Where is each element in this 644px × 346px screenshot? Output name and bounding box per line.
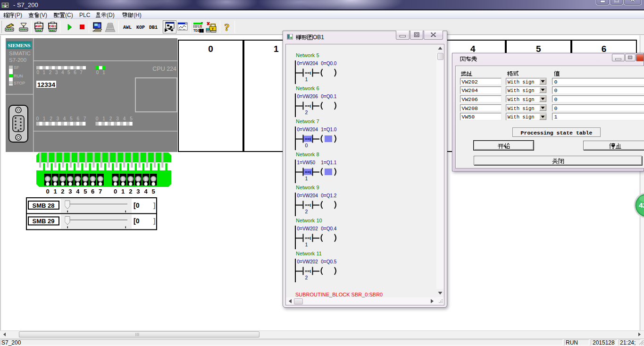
svg-text:Network 11: Network 11 xyxy=(296,251,322,256)
svg-text:1: 1 xyxy=(305,242,308,247)
svg-text:0: 0 xyxy=(36,116,39,121)
svg-text:0=VW204: 0=VW204 xyxy=(297,127,318,132)
svg-text:Network 5: Network 5 xyxy=(296,52,319,58)
svg-text:1: 1 xyxy=(53,188,57,195)
svg-text:1: 1 xyxy=(305,76,308,82)
svg-text:T: T xyxy=(212,27,214,31)
svg-text:==I: ==I xyxy=(305,236,311,241)
svg-text:2: 2 xyxy=(49,70,52,75)
svg-text:Network 6: Network 6 xyxy=(296,85,319,91)
svg-text:0=VW202: 0=VW202 xyxy=(297,226,318,231)
svg-text:3: 3 xyxy=(136,188,140,195)
svg-text:3: 3 xyxy=(116,116,119,121)
svg-text:[0: [0 xyxy=(134,217,140,225)
svg-text:4: 4 xyxy=(144,188,148,195)
svg-text:1: 1 xyxy=(102,70,105,75)
svg-text:SUBROUTINE_BLOCK SBR_0:SBR0: SUBROUTINE_BLOCK SBR_0:SBR0 xyxy=(295,292,383,297)
svg-text:2: 2 xyxy=(61,188,64,195)
svg-text:4: 4 xyxy=(61,70,64,75)
svg-text:AWL: AWL xyxy=(35,24,43,28)
svg-text:0=Q1.2: 0=Q1.2 xyxy=(321,193,337,198)
svg-text:7: 7 xyxy=(80,70,83,75)
svg-text:2: 2 xyxy=(129,188,132,195)
svg-text:5: 5 xyxy=(84,188,87,195)
svg-text:1=VW50: 1=VW50 xyxy=(297,160,316,165)
svg-text:0: 0 xyxy=(46,188,49,195)
svg-text:?: ? xyxy=(225,22,230,33)
svg-text:1: 1 xyxy=(43,116,46,121)
svg-text:==I: ==I xyxy=(305,203,311,208)
svg-text:4: 4 xyxy=(76,188,80,195)
svg-text:0=VW204: 0=VW204 xyxy=(297,193,318,198)
svg-text:7: 7 xyxy=(84,116,86,121)
svg-text:3: 3 xyxy=(68,188,72,195)
svg-text:0: 0 xyxy=(305,143,308,148)
svg-text:0: 0 xyxy=(37,70,40,75)
svg-text:5: 5 xyxy=(70,116,73,121)
svg-text:[0: [0 xyxy=(134,202,140,209)
svg-text:S7-200: S7-200 xyxy=(9,57,26,63)
svg-text:DB1: DB1 xyxy=(49,24,56,28)
svg-text:0=VW204: 0=VW204 xyxy=(297,61,318,66)
svg-text:TD2██: TD2██ xyxy=(193,29,204,33)
svg-text:0=VW206: 0=VW206 xyxy=(297,94,318,99)
svg-text:0=Q0.4: 0=Q0.4 xyxy=(321,226,337,231)
svg-text:==I: ==I xyxy=(305,170,311,175)
svg-text:3: 3 xyxy=(55,70,58,75)
svg-text:5: 5 xyxy=(67,70,70,75)
svg-text:1: 1 xyxy=(43,70,46,75)
svg-text:3: 3 xyxy=(57,116,59,121)
svg-text:0: 0 xyxy=(96,116,99,121)
svg-text:CPU 224: CPU 224 xyxy=(152,66,176,72)
svg-text:==I: ==I xyxy=(305,104,311,109)
svg-text:0: 0 xyxy=(114,188,117,195)
svg-text:6: 6 xyxy=(77,116,80,121)
svg-text:7: 7 xyxy=(99,188,102,195)
svg-text:==I: ==I xyxy=(305,137,311,142)
svg-text:==I: ==I xyxy=(305,269,311,274)
svg-text:1=Q1.0: 1=Q1.0 xyxy=(321,127,337,132)
svg-text:5: 5 xyxy=(130,116,133,121)
svg-text:0=Q0.5: 0=Q0.5 xyxy=(321,259,337,264)
svg-text:STOP: STOP xyxy=(14,81,25,85)
svg-text:4: 4 xyxy=(63,116,66,121)
svg-text:1=Q1.1: 1=Q1.1 xyxy=(321,160,337,165)
svg-text:2: 2 xyxy=(50,116,52,121)
svg-text:Network 9: Network 9 xyxy=(296,185,319,190)
svg-text:2: 2 xyxy=(109,116,112,121)
svg-text:2: 2 xyxy=(305,275,308,280)
svg-text:==I: ==I xyxy=(305,71,311,76)
svg-text:Network 8: Network 8 xyxy=(296,152,319,157)
svg-text:5: 5 xyxy=(152,188,155,195)
svg-text:0=Q0.1: 0=Q0.1 xyxy=(321,94,337,99)
svg-text:SMB 28: SMB 28 xyxy=(33,202,55,209)
svg-text:]: ] xyxy=(153,217,156,225)
svg-text:2: 2 xyxy=(305,110,308,115)
svg-text:1: 1 xyxy=(102,116,105,121)
svg-text:SIEMENS: SIEMENS xyxy=(8,42,31,48)
svg-text:Network 10: Network 10 xyxy=(296,218,322,223)
svg-text:SF: SF xyxy=(14,65,19,70)
svg-text:RUN: RUN xyxy=(14,74,23,78)
svg-text:0=VW202: 0=VW202 xyxy=(297,259,318,264)
svg-text:2: 2 xyxy=(305,209,308,214)
svg-text:4: 4 xyxy=(123,116,126,121)
svg-text:Network 7: Network 7 xyxy=(296,118,319,124)
svg-text:SMB 29: SMB 29 xyxy=(33,218,55,225)
svg-text:1: 1 xyxy=(121,188,125,195)
svg-text:0=Q0.0: 0=Q0.0 xyxy=(321,61,337,66)
svg-text:42: 42 xyxy=(639,201,644,209)
svg-text:SIMATIC: SIMATIC xyxy=(9,51,31,56)
svg-text:12334: 12334 xyxy=(37,81,55,88)
svg-text:0: 0 xyxy=(96,70,99,75)
svg-text:6: 6 xyxy=(74,70,76,75)
svg-text:1: 1 xyxy=(305,176,308,181)
svg-text:]: ] xyxy=(153,202,156,209)
svg-text:6: 6 xyxy=(91,188,94,195)
